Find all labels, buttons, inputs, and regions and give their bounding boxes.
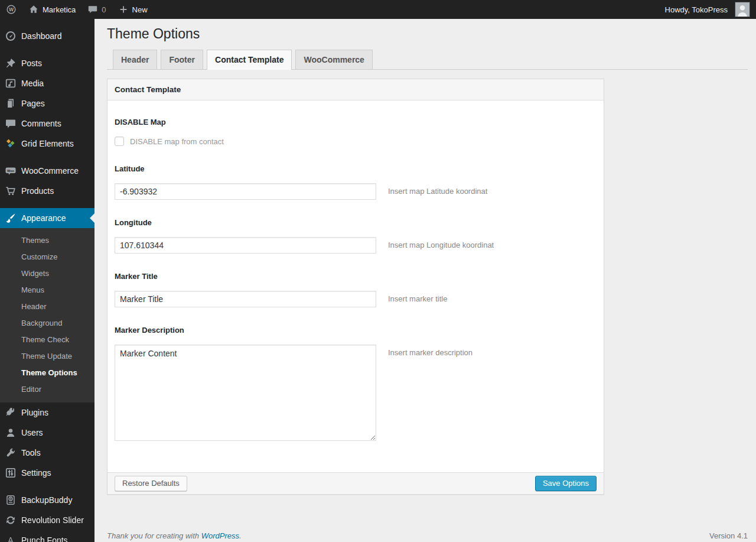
field-marker-title: Marker Title Insert marker title bbox=[115, 272, 597, 307]
sidebar-item-label: Dashboard bbox=[21, 31, 62, 41]
menu-separator bbox=[0, 201, 94, 208]
field-longitude: Longitude Insert map Longitude koordinat bbox=[115, 218, 597, 254]
svg-text:W: W bbox=[9, 7, 14, 12]
marker-title-input[interactable] bbox=[115, 291, 376, 307]
grid-elements-icon bbox=[5, 138, 17, 150]
field-marker-description: Marker Description Marker Content Insert… bbox=[115, 326, 597, 441]
appearance-submenu: Themes Customize Widgets Menus Header Ba… bbox=[0, 228, 94, 403]
letter-a-icon: A bbox=[5, 534, 17, 542]
sidebar-item-label: Settings bbox=[21, 468, 51, 478]
media-icon bbox=[5, 77, 17, 89]
field-disable-map: DISABLE Map DISABLE map from contact bbox=[115, 118, 597, 146]
disable-map-checkbox-row[interactable]: DISABLE map from contact bbox=[115, 137, 597, 146]
sidebar-item-users[interactable]: Users bbox=[0, 423, 94, 443]
user-icon bbox=[5, 427, 17, 439]
avatar bbox=[735, 2, 750, 17]
submenu-item-theme-check[interactable]: Theme Check bbox=[0, 332, 94, 348]
submenu-item-menus[interactable]: Menus bbox=[0, 282, 94, 298]
sidebar-item-comments[interactable]: Comments bbox=[0, 113, 94, 134]
wordpress-logo-icon: W bbox=[6, 4, 17, 15]
comments-menu[interactable]: 0 bbox=[82, 0, 112, 19]
submenu-item-themes[interactable]: Themes bbox=[0, 232, 94, 249]
sidebar-item-label: Comments bbox=[21, 119, 61, 128]
menu-separator bbox=[0, 46, 94, 53]
sidebar-item-label: Pages bbox=[21, 99, 45, 108]
comments-icon bbox=[5, 118, 17, 129]
plus-icon bbox=[118, 4, 129, 15]
longitude-input[interactable] bbox=[115, 237, 376, 254]
sidebar-item-pages[interactable]: Pages bbox=[0, 93, 94, 113]
page-footer: Thank you for creating with WordPress. V… bbox=[107, 531, 748, 542]
woocommerce-icon: Woo bbox=[5, 165, 17, 177]
plugin-icon bbox=[5, 407, 17, 418]
sidebar-item-products[interactable]: Products bbox=[0, 181, 94, 201]
new-menu[interactable]: New bbox=[112, 0, 154, 19]
tab-contact-template[interactable]: Contact Template bbox=[207, 50, 292, 70]
page-title: Theme Options bbox=[107, 19, 748, 50]
sidebar-item-woocommerce[interactable]: Woo WooCommerce bbox=[0, 161, 94, 181]
marker-description-textarea[interactable]: Marker Content bbox=[115, 345, 376, 441]
sidebar-item-label: Products bbox=[21, 186, 54, 196]
contact-template-panel: Contact Template DISABLE Map DISABLE map… bbox=[107, 79, 604, 495]
sidebar-item-settings[interactable]: Settings bbox=[0, 463, 94, 483]
tab-woocommerce[interactable]: WooCommerce bbox=[295, 50, 372, 69]
restore-defaults-button[interactable]: Restore Defaults bbox=[115, 476, 187, 491]
rotate-icon bbox=[5, 514, 17, 526]
sidebar-item-label: WooCommerce bbox=[21, 166, 79, 176]
thankyou-suffix: . bbox=[239, 531, 242, 540]
latitude-label: Latitude bbox=[115, 164, 597, 173]
sidebar-item-label: Media bbox=[21, 79, 44, 88]
sidebar-item-appearance[interactable]: Appearance bbox=[0, 208, 94, 228]
sidebar-item-revolution-slider[interactable]: Revolution Slider bbox=[0, 510, 94, 530]
sidebar-item-punch-fonts[interactable]: A Punch Fonts bbox=[0, 530, 94, 542]
pushpin-icon bbox=[5, 57, 17, 69]
marker-title-hint: Insert marker title bbox=[388, 294, 447, 303]
sidebar-item-dashboard[interactable]: Dashboard bbox=[0, 26, 94, 46]
submenu-item-theme-update[interactable]: Theme Update bbox=[0, 348, 94, 365]
footer-thankyou: Thank you for creating with WordPress. bbox=[107, 531, 242, 540]
theme-options-tabs: Header Footer Contact Template WooCommer… bbox=[107, 50, 748, 70]
sidebar-item-backupbuddy[interactable]: BackupBuddy bbox=[0, 490, 94, 510]
panel-title: Contact Template bbox=[107, 79, 604, 100]
wp-logo-menu[interactable]: W bbox=[0, 0, 22, 19]
submenu-item-customize[interactable]: Customize bbox=[0, 249, 94, 265]
sidebar-item-label: Revolution Slider bbox=[21, 515, 84, 525]
site-name-menu[interactable]: Marketica bbox=[22, 0, 82, 19]
submenu-item-editor[interactable]: Editor bbox=[0, 381, 94, 398]
sidebar-item-plugins[interactable]: Plugins bbox=[0, 403, 94, 423]
sidebar-item-label: Users bbox=[21, 428, 43, 437]
latitude-input[interactable] bbox=[115, 183, 376, 200]
main-content: Theme Options Header Footer Contact Temp… bbox=[94, 0, 756, 542]
tab-header[interactable]: Header bbox=[113, 50, 157, 69]
submenu-item-header[interactable]: Header bbox=[0, 298, 94, 315]
thankyou-text: Thank you for creating with bbox=[107, 531, 199, 540]
field-latitude: Latitude Insert map Latitude koordinat bbox=[115, 164, 597, 200]
dashboard-icon bbox=[5, 30, 17, 42]
panel-footer: Restore Defaults Save Options bbox=[107, 472, 604, 494]
wordpress-link[interactable]: WordPress bbox=[201, 531, 239, 540]
admin-sidebar: Dashboard Posts Media Pages Comments Gri… bbox=[0, 19, 94, 542]
marker-description-hint: Insert marker description bbox=[388, 348, 472, 357]
tab-footer[interactable]: Footer bbox=[161, 50, 203, 69]
comments-count: 0 bbox=[102, 5, 106, 14]
paintbrush-icon bbox=[5, 212, 17, 224]
sidebar-item-posts[interactable]: Posts bbox=[0, 53, 94, 73]
sidebar-item-tools[interactable]: Tools bbox=[0, 443, 94, 463]
svg-text:A: A bbox=[8, 535, 14, 542]
latitude-hint: Insert map Latitude koordinat bbox=[388, 187, 487, 196]
sidebar-item-media[interactable]: Media bbox=[0, 73, 94, 93]
site-name-label: Marketica bbox=[43, 5, 76, 14]
svg-text:Woo: Woo bbox=[7, 169, 15, 173]
cart-icon bbox=[5, 185, 17, 197]
sidebar-item-label: Grid Elements bbox=[21, 139, 74, 148]
submenu-item-widgets[interactable]: Widgets bbox=[0, 265, 94, 282]
save-options-button[interactable]: Save Options bbox=[535, 476, 597, 491]
menu-separator bbox=[0, 483, 94, 490]
longitude-hint: Insert map Longitude koordinat bbox=[388, 241, 494, 249]
submenu-item-theme-options[interactable]: Theme Options bbox=[0, 365, 94, 381]
account-menu[interactable]: Howdy, TokoPress bbox=[659, 0, 756, 19]
submenu-item-background[interactable]: Background bbox=[0, 315, 94, 332]
menu-separator bbox=[0, 154, 94, 161]
sidebar-item-grid-elements[interactable]: Grid Elements bbox=[0, 134, 94, 154]
disable-map-checkbox[interactable] bbox=[115, 137, 124, 146]
